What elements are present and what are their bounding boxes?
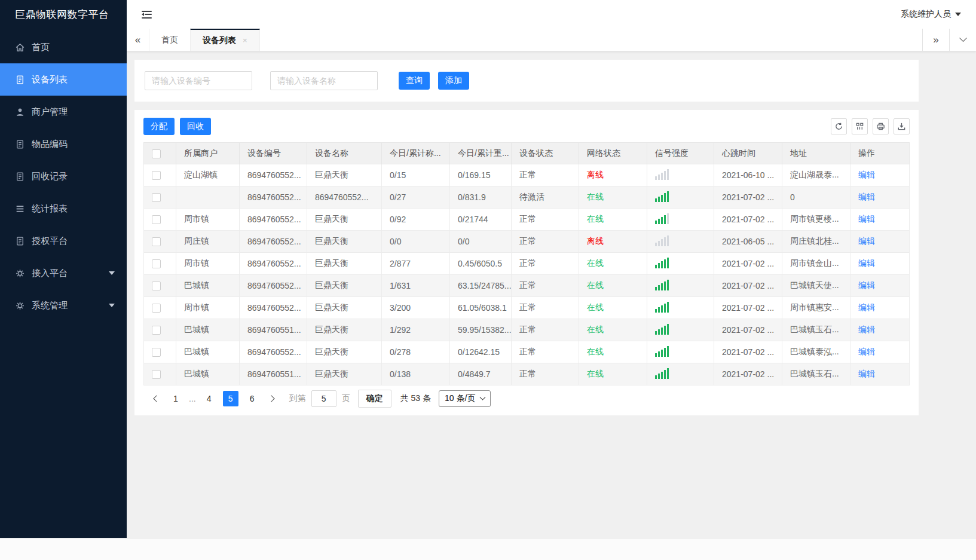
network-status: 在线 — [587, 302, 604, 312]
chevron-down-icon — [109, 271, 115, 275]
tab-device-list[interactable]: 设备列表 × — [190, 29, 260, 51]
network-status: 在线 — [587, 258, 604, 268]
device-no-input[interactable] — [145, 71, 252, 90]
row-checkbox[interactable] — [152, 281, 161, 290]
col-count: 今日/累计称... — [382, 143, 450, 164]
query-button[interactable]: 查询 — [399, 72, 430, 90]
device-name-input[interactable] — [270, 71, 378, 90]
sidebar-item-device-list[interactable]: 设备列表 — [0, 63, 127, 96]
signal-strength-icon — [655, 235, 669, 246]
page-number-active[interactable]: 5 — [223, 391, 238, 406]
tabs-scroll-left-button[interactable]: « — [127, 29, 149, 51]
sidebar-item-merchant-mgmt[interactable]: 商户管理 — [0, 96, 127, 128]
sidebar-item-item-code[interactable]: 物品编码 — [0, 128, 127, 160]
table-row: 周市镇8694760552...巨鼎天衡2/8770.45/6050.5正常在线… — [144, 253, 910, 275]
sidebar-item-label: 设备列表 — [32, 74, 68, 85]
network-status: 离线 — [587, 170, 604, 179]
sidebar-item-stats-report[interactable]: 统计报表 — [0, 192, 127, 225]
document-icon — [15, 75, 25, 85]
user-menu[interactable]: 系统维护人员 — [901, 9, 961, 20]
tabs-menu-button[interactable] — [949, 29, 976, 51]
page-size-select[interactable]: 10 条/页 — [439, 390, 491, 407]
col-weight: 今日/累计重... — [450, 143, 512, 164]
sidebar-item-label: 首页 — [32, 42, 50, 53]
signal-strength-icon — [655, 213, 669, 224]
bottom-strip — [0, 538, 976, 560]
home-icon — [15, 42, 25, 53]
table-row: 周市镇8694760552...巨鼎天衡3/20061.05/6038.1正常在… — [144, 297, 910, 319]
page-number[interactable]: 4 — [201, 391, 217, 406]
page-unit-label: 页 — [342, 393, 350, 404]
row-checkbox[interactable] — [152, 304, 161, 313]
col-device-status: 设备状态 — [512, 143, 579, 164]
menu-fold-icon[interactable] — [142, 11, 152, 19]
search-panel: 查询 添加 — [134, 60, 919, 102]
print-icon[interactable] — [873, 118, 889, 134]
edit-link[interactable]: 编辑 — [858, 369, 875, 378]
sidebar-item-access-platform[interactable]: 接入平台 — [0, 257, 127, 289]
sidebar-item-label: 接入平台 — [32, 268, 68, 279]
row-checkbox[interactable] — [152, 326, 161, 335]
prev-page-button[interactable] — [154, 396, 159, 401]
select-all-checkbox[interactable] — [152, 149, 161, 158]
edit-link[interactable]: 编辑 — [858, 214, 875, 224]
next-page-button[interactable] — [269, 396, 274, 401]
tabs-scroll-right-button[interactable]: » — [922, 29, 949, 51]
sidebar-item-label: 授权平台 — [32, 235, 68, 247]
goto-page-input[interactable] — [311, 390, 336, 407]
col-heartbeat: 心跳时间 — [714, 143, 782, 164]
col-merchant: 所属商户 — [176, 143, 240, 164]
table-toolbar: 分配 回收 — [143, 118, 910, 135]
sidebar-item-recycle-record[interactable]: 回收记录 — [0, 160, 127, 192]
chevron-down-icon — [109, 304, 115, 307]
gear-icon — [15, 268, 25, 279]
edit-link[interactable]: 编辑 — [858, 170, 875, 179]
add-button[interactable]: 添加 — [438, 72, 469, 90]
row-checkbox[interactable] — [152, 215, 161, 224]
network-status: 在线 — [587, 192, 604, 201]
row-checkbox[interactable] — [152, 171, 161, 180]
close-icon[interactable]: × — [243, 36, 247, 45]
sidebar-item-label: 物品编码 — [32, 139, 68, 150]
sidebar-item-auth-platform[interactable]: 授权平台 — [0, 225, 127, 257]
col-device-name: 设备名称 — [307, 143, 382, 164]
document-icon — [15, 139, 25, 149]
signal-strength-icon — [655, 169, 669, 180]
confirm-page-button[interactable]: 确定 — [358, 390, 391, 408]
sidebar: 巨鼎物联网数字平台 首页 设备列表 — [0, 0, 127, 538]
tab-home[interactable]: 首页 — [149, 29, 190, 51]
refresh-icon[interactable] — [831, 118, 847, 134]
page-ellipsis[interactable]: ... — [189, 394, 196, 403]
device-table: 所属商户 设备编号 设备名称 今日/累计称... 今日/累计重... 设备状态 … — [143, 142, 910, 385]
export-icon[interactable] — [894, 118, 910, 134]
sidebar-item-home[interactable]: 首页 — [0, 31, 127, 63]
edit-link[interactable]: 编辑 — [858, 258, 875, 268]
main-area: 系统维护人员 « 首页 设备列表 × » 查询 添 — [127, 0, 976, 538]
edit-link[interactable]: 编辑 — [858, 236, 875, 246]
row-checkbox[interactable] — [152, 370, 161, 379]
document-icon — [15, 236, 25, 246]
column-filter-icon[interactable] — [852, 118, 868, 134]
signal-strength-icon — [655, 258, 669, 268]
edit-link[interactable]: 编辑 — [858, 280, 875, 290]
row-checkbox[interactable] — [152, 259, 161, 268]
page-number[interactable]: 6 — [244, 391, 260, 406]
table-tool-icons — [831, 118, 910, 134]
sidebar-item-system-mgmt[interactable]: 系统管理 — [0, 289, 127, 322]
recycle-button[interactable]: 回收 — [180, 118, 211, 135]
edit-link[interactable]: 编辑 — [858, 347, 875, 356]
col-address: 地址 — [782, 143, 850, 164]
document-icon — [15, 172, 25, 182]
edit-link[interactable]: 编辑 — [858, 192, 875, 201]
table-row: 淀山湖镇8694760552...巨鼎天衡0/150/169.15正常离线202… — [144, 164, 910, 186]
signal-strength-icon — [655, 280, 669, 290]
page-number[interactable]: 1 — [168, 391, 183, 406]
edit-link[interactable]: 编辑 — [858, 325, 875, 334]
tab-bar: « 首页 设备列表 × » — [127, 29, 976, 51]
edit-link[interactable]: 编辑 — [858, 302, 875, 312]
row-checkbox[interactable] — [152, 237, 161, 246]
select-all-header — [144, 143, 176, 164]
assign-button[interactable]: 分配 — [143, 118, 175, 135]
row-checkbox[interactable] — [152, 193, 161, 202]
row-checkbox[interactable] — [152, 348, 161, 357]
